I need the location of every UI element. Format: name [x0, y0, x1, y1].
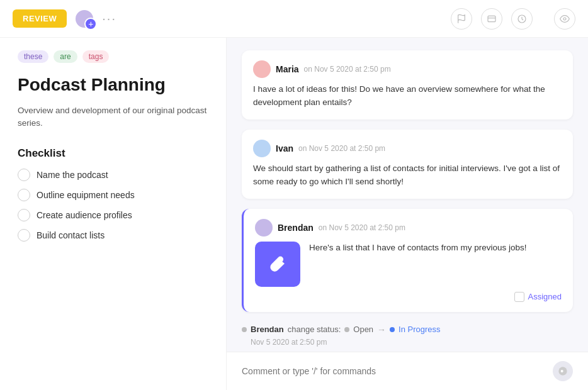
- checklist-item: Name the podcast: [18, 169, 208, 181]
- comment-header: Ivan on Nov 5 2020 at 2:50 pm: [253, 140, 562, 157]
- assigned-button[interactable]: Assigned: [514, 292, 562, 302]
- clock-button[interactable]: [511, 8, 533, 30]
- checklist-item: Build contact lists: [18, 229, 208, 242]
- assigned-label: Assigned: [528, 292, 562, 301]
- clock-icon: [517, 14, 527, 24]
- checklist-item-label: Outline equipment needs: [37, 190, 135, 200]
- checklist-item-label: Name the podcast: [37, 170, 108, 180]
- tag-these[interactable]: these: [18, 50, 48, 63]
- flag-icon: [456, 14, 466, 24]
- arrow-icon: →: [377, 325, 386, 335]
- status-time: Nov 5 2020 at 2:50 pm: [251, 338, 327, 347]
- add-member-button[interactable]: +: [84, 18, 97, 30]
- checklist-title: Checklist: [18, 147, 208, 160]
- status-to: In Progress: [399, 325, 440, 334]
- status-from-dot: [344, 327, 349, 332]
- comment-input-area: [227, 352, 588, 390]
- status-row: Brendan change status: Open → In Progres…: [242, 325, 573, 335]
- checklist-item-label: Build contact lists: [37, 230, 105, 240]
- checklist-items: Name the podcast Outline equipment needs…: [18, 169, 208, 242]
- svg-rect-1: [488, 16, 495, 21]
- status-author: Brendan: [251, 325, 284, 334]
- avatar-brendan: [255, 219, 273, 237]
- status-from: Open: [353, 325, 373, 334]
- status-to-dot: [390, 327, 395, 332]
- left-panel: these are tags Podcast Planning Overview…: [0, 38, 227, 390]
- comment-maria: Maria on Nov 5 2020 at 2:50 pm I have a …: [242, 50, 573, 120]
- comment-input[interactable]: [242, 366, 545, 376]
- comment-time: on Nov 5 2020 at 2:50 pm: [304, 65, 391, 74]
- card-icon: [487, 14, 497, 24]
- checkbox-1[interactable]: [18, 169, 30, 181]
- tag-are[interactable]: are: [54, 50, 77, 63]
- status-time-row: Nov 5 2020 at 2:50 pm: [242, 337, 573, 347]
- comment-author: Maria: [276, 64, 299, 74]
- attachment-thumbnail[interactable]: [255, 242, 300, 287]
- send-button[interactable]: [553, 361, 573, 381]
- comment-text: I have a lot of ideas for this! Do we ha…: [253, 83, 562, 109]
- comment-actions: Assigned: [255, 292, 562, 302]
- avatar-ivan: [253, 140, 271, 157]
- review-button[interactable]: REVIEW: [13, 9, 67, 28]
- comment-text: Here's a list that I have of contacts fr…: [309, 242, 526, 255]
- comment-text: We should start by gathering a list of c…: [253, 162, 562, 189]
- topbar-left: REVIEW + ···: [13, 9, 116, 29]
- comment-brendan: Brendan on Nov 5 2020 at 2:50 pm Here's …: [242, 209, 573, 312]
- comment-time: on Nov 5 2020 at 2:50 pm: [319, 223, 405, 232]
- checkbox-3[interactable]: [18, 209, 30, 221]
- eye-icon: [560, 14, 570, 24]
- right-panel: Maria on Nov 5 2020 at 2:50 pm I have a …: [227, 38, 588, 390]
- topbar: REVIEW + ···: [0, 0, 588, 38]
- status-dot-indicator: [242, 327, 247, 332]
- page-description: Overview and development of our original…: [18, 104, 208, 130]
- card-button[interactable]: [481, 8, 502, 30]
- attachment-area: Here's a list that I have of contacts fr…: [255, 242, 562, 287]
- status-change: Brendan change status: Open → In Progres…: [242, 322, 573, 349]
- checkbox-2[interactable]: [18, 189, 30, 201]
- avatar-maria: [253, 60, 271, 78]
- tag-tags[interactable]: tags: [82, 50, 110, 63]
- comments-area: Maria on Nov 5 2020 at 2:50 pm I have a …: [227, 38, 588, 352]
- comment-ivan: Ivan on Nov 5 2020 at 2:50 pm We should …: [242, 130, 573, 199]
- paperclip-icon: [269, 255, 286, 273]
- eye-button[interactable]: [554, 8, 575, 30]
- more-options-button[interactable]: ···: [102, 11, 116, 26]
- checklist-item-label: Create audience profiles: [37, 210, 132, 220]
- send-icon: [558, 366, 568, 376]
- checklist-item: Create audience profiles: [18, 209, 208, 221]
- main-layout: these are tags Podcast Planning Overview…: [0, 38, 588, 390]
- checklist-item: Outline equipment needs: [18, 189, 208, 201]
- flag-button[interactable]: [451, 8, 472, 30]
- status-action: change status:: [288, 325, 341, 334]
- comment-author: Brendan: [278, 223, 314, 233]
- avatar-group: +: [74, 9, 94, 29]
- comment-header: Maria on Nov 5 2020 at 2:50 pm: [253, 60, 562, 78]
- assigned-checkbox: [514, 292, 524, 302]
- checkbox-4[interactable]: [18, 229, 30, 242]
- page-title: Podcast Planning: [18, 74, 208, 96]
- comment-header: Brendan on Nov 5 2020 at 2:50 pm: [255, 219, 562, 237]
- svg-point-4: [563, 18, 566, 20]
- comment-time: on Nov 5 2020 at 2:50 pm: [298, 144, 385, 153]
- tags-container: these are tags: [18, 50, 208, 63]
- comment-author: Ivan: [276, 143, 293, 153]
- topbar-right: [451, 8, 575, 30]
